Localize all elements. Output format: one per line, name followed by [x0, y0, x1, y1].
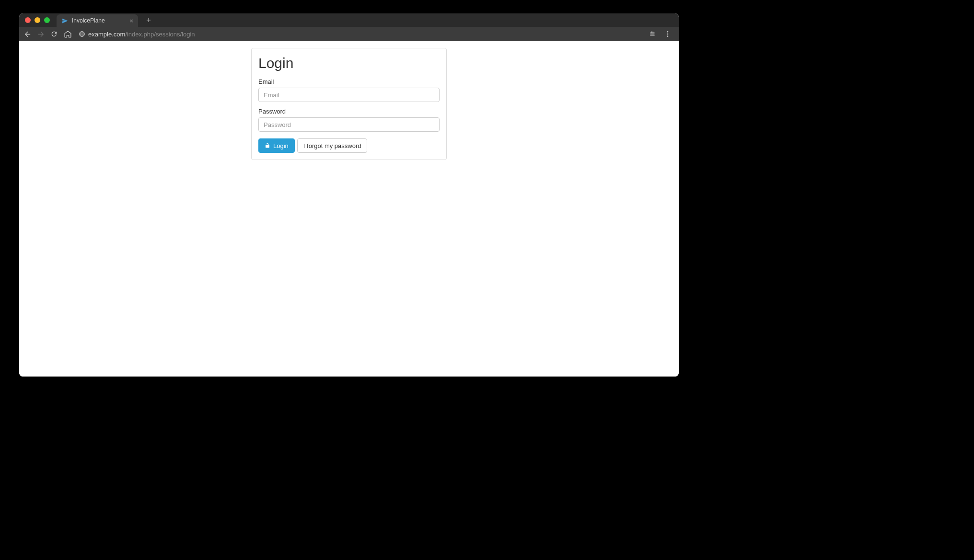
traffic-lights [25, 17, 50, 23]
svg-rect-2 [650, 33, 654, 34]
password-form-group: Password [258, 108, 440, 132]
password-label: Password [258, 108, 440, 115]
svg-point-7 [667, 34, 669, 35]
toolbar-right [648, 30, 672, 38]
svg-rect-3 [650, 34, 654, 35]
url-domain: example.com [88, 31, 125, 38]
forgot-password-button[interactable]: I forgot my password [297, 138, 368, 153]
svg-point-6 [667, 31, 669, 33]
svg-rect-5 [653, 32, 653, 33]
reload-button[interactable] [50, 30, 58, 38]
url-path: /index.php/sessions/login [125, 31, 195, 38]
forward-button[interactable] [36, 30, 45, 38]
address-bar: example.com/index.php/sessions/login [19, 27, 679, 41]
back-button[interactable] [23, 30, 32, 38]
login-button-label: Login [273, 142, 289, 149]
extensions-icon[interactable] [648, 30, 657, 38]
email-field[interactable] [258, 88, 440, 102]
tab-title: InvoicePlane [72, 17, 126, 24]
page-content: Login Email Password Login I forgot my p… [19, 41, 679, 377]
home-button[interactable] [63, 30, 72, 38]
window-maximize-button[interactable] [44, 17, 50, 23]
new-tab-button[interactable] [143, 14, 154, 26]
email-form-group: Email [258, 78, 440, 102]
window-minimize-button[interactable] [35, 17, 40, 23]
svg-point-8 [667, 35, 669, 37]
tab-strip: InvoicePlane × [57, 13, 154, 27]
svg-rect-4 [651, 32, 652, 33]
button-row: Login I forgot my password [258, 138, 440, 153]
menu-button[interactable] [663, 30, 672, 38]
browser-tab[interactable]: InvoicePlane × [57, 14, 138, 27]
login-button[interactable]: Login [258, 138, 295, 153]
window-close-button[interactable] [25, 17, 31, 23]
paper-plane-icon [61, 17, 68, 24]
close-icon[interactable]: × [129, 18, 133, 24]
site-info-icon[interactable] [79, 31, 85, 37]
password-field[interactable] [258, 117, 440, 132]
title-bar: InvoicePlane × [19, 13, 679, 27]
browser-window: InvoicePlane × example.com/index.php/ses… [19, 13, 679, 377]
url-text: example.com/index.php/sessions/login [88, 31, 195, 38]
forgot-password-label: I forgot my password [303, 142, 361, 149]
url-bar[interactable]: example.com/index.php/sessions/login [79, 31, 643, 38]
login-panel: Login Email Password Login I forgot my p… [251, 48, 447, 160]
login-title: Login [258, 55, 440, 71]
unlock-icon [265, 143, 270, 149]
email-label: Email [258, 78, 440, 85]
